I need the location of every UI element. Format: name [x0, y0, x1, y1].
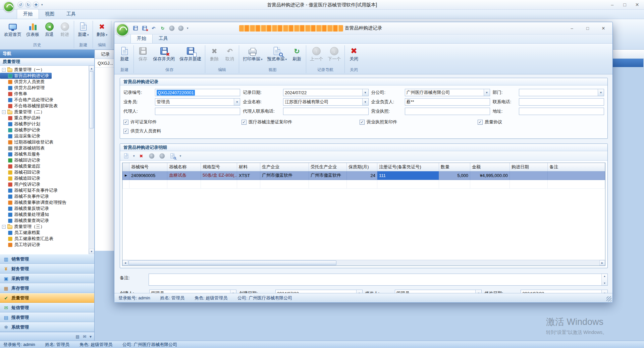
scroll-thumb[interactable]	[89, 71, 94, 128]
hscroll-track[interactable]	[337, 260, 599, 266]
qat-customize-icon[interactable]: ▾	[186, 26, 189, 30]
grid-row-0[interactable]: ▶2409060005血糖试条50条/盒 EZ-808(...XTST广州市傲蓝…	[123, 171, 605, 180]
field-input-1-3[interactable]	[519, 98, 604, 106]
dialog-ribbon-button-4-0[interactable]: ↑上一个	[308, 45, 325, 62]
save-close-button[interactable]: ✖	[141, 24, 148, 32]
background-list-cell[interactable]: QXGJ...	[95, 59, 114, 68]
checkbox-3[interactable]: ✓质量协议	[478, 119, 596, 125]
tree-item-2-1[interactable]: 员工健康检查汇总表	[0, 236, 94, 242]
main-ribbon-button-0-3[interactable]: ►前进	[57, 20, 72, 37]
grid-cell-0-9[interactable]: ¥4,995,000.00	[470, 171, 510, 180]
main-ribbon-button-0-2[interactable]: ◄后退	[42, 20, 57, 37]
tree-item-2-2[interactable]: 员工培训记录	[0, 242, 94, 248]
dialog-ribbon-button-3-0[interactable]: 打印单据▾	[241, 45, 265, 62]
dropdown-icon[interactable]: ▾	[230, 290, 236, 293]
module-button-4[interactable]: ✔质量管理	[0, 293, 94, 303]
grid-cell-0-1[interactable]: 血糖试条	[167, 171, 201, 180]
redo-button[interactable]: ↻	[159, 24, 166, 32]
dialog-ribbon-button-1-1[interactable]: ✖保存并关闭	[151, 45, 177, 62]
field-input-2-3[interactable]	[519, 108, 604, 115]
tree-item-0-5[interactable]: 不合格器械报损审批表	[0, 103, 94, 109]
tree-item-1-9[interactable]: 器械召回记录	[0, 169, 94, 175]
tree-item-0-4[interactable]: 不合格产品处理记录	[0, 97, 94, 103]
dialog-maximize-button[interactable]: □	[580, 24, 595, 33]
overflow-report-icon[interactable]: ▤	[76, 334, 79, 339]
dropdown-icon[interactable]: ▾	[598, 89, 604, 96]
scroll-right-icon[interactable]: ►	[599, 260, 605, 266]
overflow-chevron-icon[interactable]: ▾	[90, 334, 92, 339]
resize-grip[interactable]	[606, 296, 611, 301]
dialog-ribbon-button-2-0[interactable]: ✖删除	[207, 45, 222, 62]
tree-section-0[interactable]: −质量管理（一）	[0, 67, 94, 73]
next-record-button[interactable]: ↓	[177, 24, 184, 32]
move-down-button[interactable]: ↓	[158, 152, 166, 160]
grid-cell-0-0[interactable]: 2409060005	[129, 171, 167, 180]
grid-column-header-1[interactable]: 器械名称	[167, 163, 201, 171]
field-input-2-2[interactable]	[405, 108, 490, 115]
tree-item-0-2[interactable]: 供货方品种管理	[0, 85, 94, 91]
minimize-button[interactable]: –	[606, 0, 619, 9]
tree-item-1-11[interactable]: 用户投诉记录	[0, 181, 94, 187]
main-tab-2[interactable]: 工具	[60, 9, 82, 19]
maximize-button[interactable]: □	[619, 0, 631, 9]
tree-item-1-17[interactable]: 器械质量查询记录	[0, 218, 94, 224]
field-input-2-0[interactable]	[155, 108, 240, 115]
tree-item-0-1[interactable]: 供货方人员资质	[0, 79, 94, 85]
grid-column-header-9[interactable]: 金额	[470, 163, 510, 171]
collapse-icon[interactable]: −	[2, 110, 6, 114]
undo-button[interactable]: ↶	[150, 24, 157, 32]
scroll-left-icon[interactable]: ◄	[122, 260, 128, 266]
dialog-close-button[interactable]: ✕	[596, 24, 611, 33]
tree-item-1-7[interactable]: 器械回访记录	[0, 157, 94, 163]
audit-field-2[interactable]: 管理员▾	[395, 290, 482, 293]
close-button[interactable]: ✕	[631, 0, 643, 9]
grid-cell-0-5[interactable]: 广州市傲蓝软件	[309, 171, 347, 180]
field-input-1-2[interactable]: 蔡**	[405, 98, 490, 106]
dialog-tab-0[interactable]: 开始	[130, 34, 153, 43]
tree-item-0-0[interactable]: 首营品种购进记录	[0, 73, 52, 79]
dropdown-icon[interactable]: ▾	[356, 290, 362, 293]
dialog-minimize-button[interactable]: –	[565, 24, 579, 33]
grid-column-header-11[interactable]: 备注	[548, 163, 605, 171]
audit-field-3[interactable]: 2024/07/22▾	[521, 290, 608, 293]
tree-item-1-6[interactable]: 器械售后服务	[0, 151, 94, 157]
module-button-2[interactable]: ▣采购管理	[0, 274, 94, 283]
tree-item-0-3[interactable]: 停售单	[0, 91, 94, 97]
undo-icon[interactable]: ↺	[17, 2, 23, 8]
main-ribbon-button-2-0[interactable]: ✖删除▾	[95, 20, 110, 38]
grid-column-header-7[interactable]: 注册证号(备案凭证号)	[377, 163, 439, 171]
tree-item-1-13[interactable]: 器械不良事件记录	[0, 193, 94, 199]
tree-section-2[interactable]: −质量管理（三）	[0, 224, 94, 230]
grid-column-header-8[interactable]: 数量	[439, 163, 470, 171]
tree-item-1-5[interactable]: 报废器械销毁表	[0, 145, 94, 151]
tree-scrollbar[interactable]: ▲ ▼	[89, 66, 94, 254]
dialog-ribbon-button-3-1[interactable]: 预览单据▾	[265, 45, 289, 62]
module-button-3[interactable]: ▦库存管理	[0, 283, 94, 293]
tree-item-1-0[interactable]: 重点养护品种	[0, 115, 94, 121]
checkbox-1[interactable]: ✓医疗器械注册证复印件	[241, 119, 360, 125]
checkbox-0[interactable]: ✓许可证复印件	[123, 119, 241, 125]
dialog-ribbon-button-4-1[interactable]: ↓下一个	[326, 45, 343, 62]
grid-column-header-0[interactable]: 器械编号	[129, 163, 167, 171]
tree-item-1-14[interactable]: 器械质量事故调查处理报告	[0, 199, 94, 206]
detail-grid-hscrollbar[interactable]: ◄ ►	[122, 260, 605, 266]
field-input-1-0[interactable]: 管理员▾	[155, 98, 240, 106]
tree-item-1-8[interactable]: 器械质量追踪	[0, 163, 94, 169]
dialog-ribbon-button-3-2[interactable]: ↻刷新	[289, 45, 304, 62]
collapse-icon[interactable]: −	[2, 68, 6, 72]
field-input-0-2[interactable]: 广州医疗器械有限公司▾	[405, 89, 490, 96]
main-tab-0[interactable]: 开始	[17, 9, 39, 19]
remark-spinner[interactable]: ▲ ▼	[601, 274, 607, 285]
scroll-track[interactable]	[89, 129, 94, 249]
checkbox-4[interactable]: ✓供货方人员资料	[123, 128, 241, 134]
tree-item-1-15[interactable]: 器械质量反馈记录	[0, 206, 94, 212]
spin-down-icon[interactable]: ▼	[603, 282, 606, 284]
field-input-2-1[interactable]	[283, 108, 368, 115]
app-logo-icon[interactable]	[3, 1, 14, 12]
module-button-6[interactable]: ▤报表管理	[0, 312, 94, 322]
dialog-ribbon-button-0-0[interactable]: 新建	[117, 45, 132, 62]
previous-record-button[interactable]: ↑	[168, 24, 175, 32]
qat-customize-icon[interactable]: ▾	[41, 3, 44, 6]
tree-item-1-10[interactable]: 器械追回记录	[0, 175, 94, 181]
grid-new-row[interactable]	[123, 180, 605, 188]
